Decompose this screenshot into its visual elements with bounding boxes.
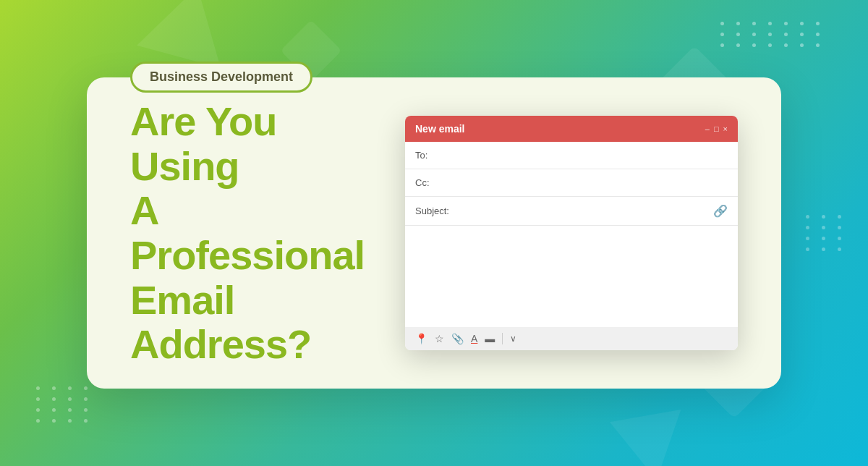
heading-line1: Are You Using [130, 98, 277, 189]
dots-top-right [720, 22, 825, 47]
more-options-button[interactable]: ∨ [510, 334, 516, 344]
to-label: To: [415, 150, 462, 161]
cc-field-row: Cc: [405, 169, 738, 197]
star-icon[interactable]: ☆ [435, 333, 444, 344]
email-body[interactable] [405, 226, 738, 327]
deco-triangle-bottom-right [610, 410, 692, 466]
maximize-button[interactable]: □ [714, 124, 719, 133]
heading-line2: A Professional [130, 187, 365, 278]
page-background: Business Development Are You Using A Pro… [0, 0, 868, 466]
dots-bottom-left [36, 386, 93, 423]
font-color-icon[interactable]: A [471, 333, 477, 344]
subject-label: Subject: [415, 206, 462, 216]
subject-field-row: Subject: 🔗 [405, 197, 738, 226]
close-button[interactable]: × [723, 124, 728, 133]
left-content: Are You Using A Professional Email Addre… [130, 99, 405, 367]
minimize-button[interactable]: – [705, 124, 710, 133]
main-heading: Are You Using A Professional Email Addre… [130, 99, 376, 367]
email-window: New email – □ × To: Cc: [405, 116, 738, 350]
cc-label: Cc: [415, 177, 462, 188]
email-fields: To: Cc: Subject: 🔗 [405, 142, 738, 226]
category-badge-text: Business Development [150, 69, 293, 84]
right-content: New email – □ × To: Cc: [405, 116, 738, 350]
attachment-icon[interactable]: 🔗 [713, 204, 728, 218]
dots-right-mid [806, 215, 846, 251]
email-toolbar: 📍 ☆ 📎 A ▬ ∨ [405, 327, 738, 350]
attach-icon[interactable]: 📎 [451, 333, 464, 344]
main-card: Business Development Are You Using A Pro… [87, 77, 781, 389]
to-field-row: To: [405, 142, 738, 169]
highlight-icon[interactable]: ▬ [485, 333, 495, 344]
email-titlebar: New email – □ × [405, 116, 738, 142]
category-badge: Business Development [130, 62, 312, 93]
pin-icon[interactable]: 📍 [415, 333, 427, 344]
toolbar-divider [502, 333, 503, 344]
email-window-controls[interactable]: – □ × [705, 124, 728, 133]
deco-triangle-top-left [137, 0, 239, 68]
heading-line3: Email Address? [130, 277, 311, 368]
email-title: New email [415, 123, 464, 135]
